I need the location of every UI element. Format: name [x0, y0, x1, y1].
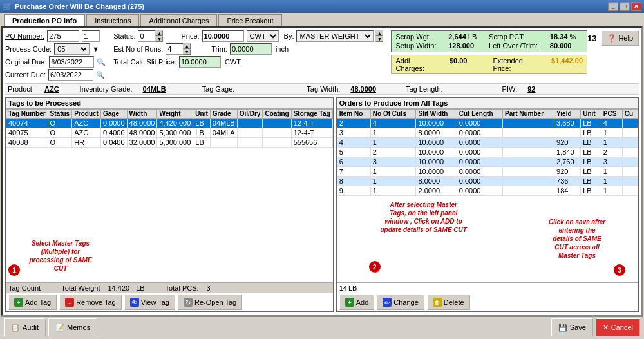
cancel-icon: ✕ — [603, 324, 609, 332]
original-due-input[interactable] — [49, 56, 94, 68]
tags-bottom-bar: Tag Count Total Weight 14,420 LB Total P… — [6, 282, 333, 293]
price-label: Price: — [181, 32, 199, 40]
scrap-pct-label: Scrap PCT: — [489, 33, 545, 41]
total-pcs-value: 3 — [207, 284, 211, 292]
tab-instructions[interactable]: Instructions — [86, 14, 139, 26]
orders-footer-unit: LB — [348, 284, 357, 292]
tab-row: Production PO Info Instructions Addition… — [1, 14, 643, 26]
tab-price-breakout[interactable]: Price Breakout — [218, 14, 281, 26]
badge-1: 1 — [8, 264, 20, 276]
status-arrows[interactable]: ▲ ▼ — [155, 30, 163, 42]
est-runs-up[interactable]: ▲ — [183, 43, 191, 49]
col-cu: Cu — [622, 110, 638, 119]
est-runs-down[interactable]: ▼ — [183, 49, 191, 55]
po-number-input2[interactable] — [82, 30, 100, 42]
setup-width-label: Setup Width: — [395, 42, 443, 50]
audit-icon: 📋 — [11, 324, 20, 332]
memos-button[interactable]: 📝 Memos — [48, 318, 97, 336]
col-part-number: Part Number — [503, 110, 554, 119]
po-number-input[interactable] — [47, 30, 79, 42]
table-row[interactable]: 7 1 10.0000 0.0000 920 LB 1 — [337, 167, 638, 177]
inv-grade-label: Inventory Grade: — [80, 85, 133, 93]
status-up[interactable]: ▲ — [155, 30, 163, 36]
tab-additional-charges[interactable]: Additional Charges — [140, 14, 217, 26]
remove-tag-icon: - — [65, 298, 74, 307]
right-info-area: Scrap Wgt: 2,644 LB Scrap PCT: 18.34 % S… — [391, 30, 587, 74]
process-code-row: Process Code: 05 ▼ — [5, 43, 106, 55]
change-order-button[interactable]: ✏ Change — [377, 295, 424, 310]
add-order-icon: + — [345, 298, 354, 307]
reopen-tag-button[interactable]: ↻ Re-Open Tag — [178, 295, 242, 310]
orders-buttons-row: + Add ✏ Change 🗑 Delete — [337, 293, 638, 311]
status-row: Status: ▲ ▼ Price: CWT By: — [113, 30, 383, 42]
price-unit-select[interactable]: CWT — [247, 30, 279, 42]
audit-button[interactable]: 📋 Audit — [4, 318, 46, 336]
minimize-button[interactable]: _ — [608, 2, 618, 11]
col-weight: Weight — [157, 110, 193, 119]
process-code-arrow: ▼ — [92, 45, 99, 53]
title-bar-controls[interactable]: _ □ ✕ — [608, 2, 641, 11]
annotation-2: After selecting MasterTags, on the left … — [369, 200, 478, 234]
status-down[interactable]: ▼ — [155, 36, 163, 42]
product-row: Product: AZC Inventory Grade: 04MLB Tag … — [5, 83, 639, 95]
save-button[interactable]: 💾 Save — [551, 318, 593, 336]
app-icon: 🛒 — [3, 2, 12, 11]
est-runs-arrows[interactable]: ▲ ▼ — [183, 43, 191, 55]
add-tag-button[interactable]: + Add Tag — [8, 295, 57, 310]
by-up[interactable]: ▲ — [375, 30, 383, 36]
maximize-button[interactable]: □ — [620, 2, 630, 11]
total-unit: CWT — [225, 58, 241, 66]
est-runs-input[interactable] — [166, 43, 184, 55]
table-row[interactable]: 8 1 8.0000 0.0000 736 LB 1 — [337, 177, 638, 186]
est-runs-spinner: ▲ ▼ — [166, 43, 191, 55]
table-row[interactable]: 4 1 10.0000 0.0000 920 LB 1 — [337, 138, 638, 148]
by-down[interactable]: ▼ — [375, 36, 383, 42]
table-row[interactable]: 40074 O AZC 0.0000 48.0000 4,420.000 LB … — [6, 119, 333, 128]
est-runs-label: Est No of Runs: — [113, 45, 163, 53]
price-input[interactable] — [202, 30, 244, 42]
status-input[interactable] — [138, 30, 156, 42]
table-row[interactable]: 40075 O AZC 0.4000 48.0000 5,000.000 LB … — [6, 128, 333, 138]
calendar-icon2[interactable]: 🔍 — [96, 71, 105, 79]
close-button[interactable]: ✕ — [631, 2, 641, 11]
cancel-button[interactable]: ✕ Cancel — [596, 318, 640, 336]
orders-table: Item No No Of Cuts Slit Width Cut Length… — [337, 109, 638, 196]
table-row[interactable]: 3 1 8.0000 0.0000 LB 1 — [337, 128, 638, 138]
process-code-select[interactable]: 05 — [54, 43, 90, 55]
tab-production-po-info[interactable]: Production PO Info — [4, 14, 85, 26]
view-tag-button[interactable]: 👁 View Tag — [124, 295, 175, 310]
total-weight-value: 14,420 — [108, 284, 129, 292]
memos-icon: 📝 — [55, 324, 64, 332]
delete-order-button[interactable]: 🗑 Delete — [427, 295, 470, 310]
table-row[interactable]: 40088 O HR 0.0400 32.0000 5,000.000 LB 5… — [6, 138, 333, 148]
calendar-icon1[interactable]: 🔍 — [97, 58, 106, 66]
right-info-box: Scrap Wgt: 2,644 LB Scrap PCT: 18.34 % S… — [391, 30, 587, 52]
title-bar-left: 🛒 Purchase Order Will Be Changed (275) — [3, 2, 144, 11]
help-button[interactable]: ❓ Help — [601, 30, 639, 46]
trim-input[interactable] — [230, 43, 272, 55]
add-tag-icon: + — [14, 298, 23, 307]
leftover-label: Left Over /Trim: — [489, 42, 545, 50]
current-due-input[interactable] — [48, 69, 93, 81]
num-badge: 13 — [587, 34, 596, 43]
setup-width-value: 128.000 — [448, 42, 484, 50]
table-row[interactable]: 6 3 10.0000 0.0000 2,760 LB 3 — [337, 157, 638, 167]
by-select[interactable]: MASTER WEIGHT — [296, 30, 374, 42]
add-order-button[interactable]: + Add — [339, 295, 375, 310]
remove-tag-button[interactable]: - Remove Tag — [59, 295, 122, 310]
table-row[interactable]: 5 2 10.0000 0.0000 1,840 LB 2 — [337, 148, 638, 157]
col-status: Status — [48, 110, 72, 119]
original-due-label: Original Due: — [5, 58, 46, 66]
col-slit-width: Slit Width — [416, 110, 457, 119]
col-tag-number: Tag Number — [6, 110, 48, 119]
total-calc-input[interactable] — [179, 56, 221, 68]
col-grade: Grade — [210, 110, 237, 119]
total-pcs-label: Total PCS: — [166, 284, 199, 292]
table-row[interactable]: 9 1 2.0000 0.0000 184 LB 1 — [337, 186, 638, 196]
addl-value: $0.00 — [450, 57, 468, 72]
annotation-1: Select Master Tags(Multiple) forprocessi… — [19, 239, 102, 273]
table-row[interactable]: 2 4 10.0000 0.0000 3,680 LB 4 — [337, 119, 638, 128]
help-icon: ❓ — [607, 34, 616, 43]
col-width: Width — [127, 110, 157, 119]
tag-count-label: Tag Count — [8, 284, 41, 292]
